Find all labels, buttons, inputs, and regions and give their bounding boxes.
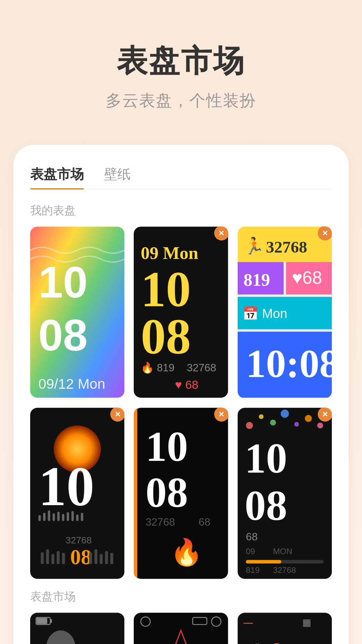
svg-point-64 xyxy=(317,422,323,428)
svg-text:09 Mon: 09 Mon xyxy=(141,244,198,263)
svg-text:♥68: ♥68 xyxy=(292,268,322,287)
svg-rect-43 xyxy=(62,553,65,564)
svg-point-60 xyxy=(270,419,276,425)
watch-item-5[interactable]: × 10 08 32768 68 🔥 xyxy=(134,408,228,579)
svg-text:10: 10 xyxy=(145,423,188,470)
delete-btn-3[interactable]: × xyxy=(318,226,332,240)
svg-rect-76 xyxy=(50,619,52,623)
svg-text:08: 08 xyxy=(141,309,191,364)
svg-rect-51 xyxy=(134,408,137,579)
svg-text:10: 10 xyxy=(245,634,287,644)
svg-text:10: 10 xyxy=(245,435,287,482)
svg-text:🔥: 🔥 xyxy=(170,537,203,568)
svg-rect-41 xyxy=(51,554,54,564)
market-watches-grid: 10 08 ∞ ☁ 10 08 xyxy=(30,612,332,644)
svg-point-58 xyxy=(246,422,253,429)
svg-rect-39 xyxy=(41,552,44,564)
svg-rect-71 xyxy=(246,560,281,564)
svg-rect-33 xyxy=(62,514,64,521)
svg-text:08: 08 xyxy=(245,482,287,529)
svg-point-62 xyxy=(294,422,299,427)
svg-text:—: — xyxy=(243,618,253,628)
page-title: 表盘市场 xyxy=(0,40,362,82)
svg-text:🏃: 🏃 xyxy=(243,236,264,256)
svg-rect-49 xyxy=(110,553,113,564)
svg-text:08: 08 xyxy=(39,311,88,360)
svg-rect-32 xyxy=(57,512,60,521)
svg-rect-40 xyxy=(46,549,49,564)
svg-text:▦: ▦ xyxy=(302,618,311,628)
svg-rect-46 xyxy=(95,549,98,564)
svg-rect-45 xyxy=(89,552,92,564)
svg-text:68: 68 xyxy=(199,516,210,528)
watch-item-6[interactable]: × 10 08 68 09 MON xyxy=(238,408,332,579)
svg-rect-34 xyxy=(67,512,69,521)
delete-btn-4[interactable]: × xyxy=(110,408,124,422)
watch-item-1[interactable]: 10 08 09/12 Mon xyxy=(30,226,124,398)
svg-rect-42 xyxy=(57,551,60,564)
watch-item-m1[interactable]: 10 08 ∞ ☁ xyxy=(30,612,124,644)
svg-rect-37 xyxy=(81,513,83,521)
watch-item-4[interactable]: × 10 xyxy=(30,408,124,579)
my-watches-grid: 10 08 09/12 Mon × 09 Mon 10 08 🔥 819 327… xyxy=(30,226,332,579)
svg-text:09/12 Mon: 09/12 Mon xyxy=(39,376,105,392)
svg-text:68: 68 xyxy=(246,531,257,543)
svg-rect-28 xyxy=(39,515,41,521)
watch-item-m2[interactable]: 10 08 AM Mon 09/12 819▲ 24.58 32768 xyxy=(134,612,228,644)
watch-item-m3[interactable]: — ▦ 10 08 ♥ 68 🔥 32768 xyxy=(238,612,332,644)
svg-text:08: 08 xyxy=(70,545,92,569)
svg-rect-36 xyxy=(76,515,78,521)
tab-wallpaper[interactable]: 壁纸 xyxy=(104,165,131,189)
svg-point-59 xyxy=(259,414,263,419)
svg-rect-48 xyxy=(105,551,108,564)
watch-item-3[interactable]: × 🏃 32768 819 ♥68 � xyxy=(238,226,332,398)
svg-text:10: 10 xyxy=(39,455,95,517)
svg-text:819: 819 xyxy=(246,566,259,575)
svg-rect-30 xyxy=(48,510,50,521)
my-watches-label: 我的表盘 xyxy=(30,203,332,218)
svg-text:32768: 32768 xyxy=(187,362,217,374)
page-subtitle: 多云表盘，个性装扮 xyxy=(0,90,362,111)
svg-text:08: 08 xyxy=(145,469,188,516)
header: 表盘市场 多云表盘，个性装扮 xyxy=(0,0,362,131)
svg-text:MON: MON xyxy=(273,546,292,555)
svg-rect-31 xyxy=(53,513,55,521)
svg-text:♥ 68: ♥ 68 xyxy=(175,378,198,391)
svg-rect-77 xyxy=(37,618,47,624)
tab-bar: 表盘市场 壁纸 xyxy=(30,165,332,190)
svg-point-63 xyxy=(305,415,312,422)
delete-btn-6[interactable]: × xyxy=(318,408,332,422)
svg-text:32768: 32768 xyxy=(273,566,296,575)
svg-text:🔥 819: 🔥 819 xyxy=(141,361,175,374)
watch-item-2[interactable]: × 09 Mon 10 08 🔥 819 32768 ♥ 68 xyxy=(134,226,228,398)
tab-watch-market[interactable]: 表盘市场 xyxy=(30,165,84,189)
svg-text:32768: 32768 xyxy=(266,238,307,256)
delete-btn-5[interactable]: × xyxy=(214,408,228,422)
market-watches-label: 表盘市场 xyxy=(30,589,332,604)
svg-rect-35 xyxy=(71,511,74,521)
delete-btn-2[interactable]: × xyxy=(214,226,228,240)
svg-text:819: 819 xyxy=(243,270,270,289)
svg-text:10: 10 xyxy=(39,258,88,307)
svg-rect-47 xyxy=(100,554,103,564)
svg-text:10:08: 10:08 xyxy=(246,341,332,386)
main-card: 表盘市场 壁纸 我的表盘 xyxy=(13,145,349,644)
svg-text:32768: 32768 xyxy=(65,535,92,545)
svg-text:📅 Mon: 📅 Mon xyxy=(242,306,287,321)
svg-point-61 xyxy=(281,410,289,418)
svg-text:32768: 32768 xyxy=(145,516,175,528)
svg-text:09: 09 xyxy=(246,546,255,555)
svg-rect-29 xyxy=(43,513,46,521)
page-container: 表盘市场 多云表盘，个性装扮 表盘市场 壁纸 我的表盘 xyxy=(0,0,362,644)
